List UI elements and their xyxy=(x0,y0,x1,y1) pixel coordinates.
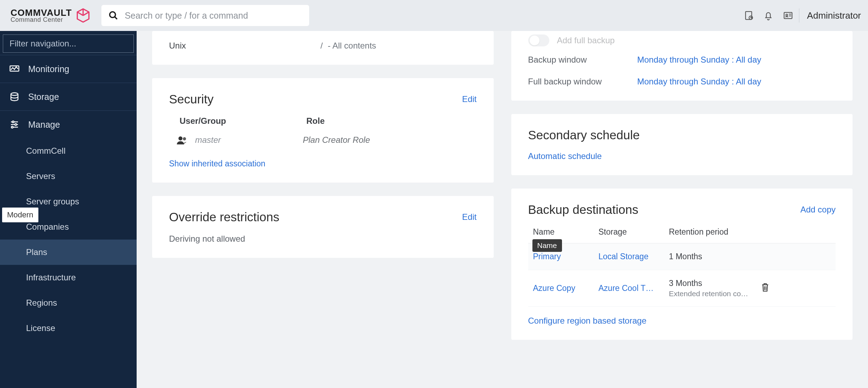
clipboard-icon[interactable] xyxy=(743,10,754,21)
add-full-backup-label: Add full backup xyxy=(557,36,615,45)
top-bar: COMMVAULT Command Center Administrator xyxy=(0,0,868,31)
svg-point-15 xyxy=(11,126,13,128)
svg-point-16 xyxy=(179,136,182,140)
svg-point-0 xyxy=(110,12,115,18)
sidebar-item-commcell[interactable]: CommCell xyxy=(0,138,137,164)
svg-point-11 xyxy=(12,121,14,123)
top-user-label[interactable]: Administrator xyxy=(807,10,861,21)
security-title: Security xyxy=(169,92,213,106)
security-role: Plan Creator Role xyxy=(303,135,370,145)
unix-slash: / xyxy=(320,41,323,51)
override-body: Deriving not allowed xyxy=(169,234,477,244)
sidebar-item-label: Storage xyxy=(28,92,59,102)
filter-nav-box[interactable] xyxy=(3,34,134,53)
dest-retention: 1 Months xyxy=(669,252,761,261)
add-full-backup-toggle[interactable] xyxy=(528,34,549,46)
destinations-table: Name Storage Retention period Name Prima… xyxy=(528,227,836,307)
users-icon xyxy=(176,135,188,145)
th-storage[interactable]: Storage xyxy=(599,227,669,237)
search-icon xyxy=(108,11,118,20)
svg-point-17 xyxy=(183,137,186,140)
dest-name-link[interactable]: Primary xyxy=(528,252,599,261)
top-divider xyxy=(799,8,799,23)
th-name[interactable]: Name xyxy=(528,227,599,237)
dest-name-link[interactable]: Azure Copy xyxy=(528,284,599,293)
secondary-schedule-card: Secondary schedule Automatic schedule xyxy=(511,114,853,175)
brand: COMMVAULT Command Center xyxy=(11,8,91,23)
table-row: Azure Copy Azure Cool T… 3 Months Extend… xyxy=(528,270,836,307)
brand-cube-icon xyxy=(75,8,91,23)
sidebar-item-regions[interactable]: Regions xyxy=(0,290,137,316)
bell-icon[interactable] xyxy=(763,10,774,21)
sidebar-item-infrastructure[interactable]: Infrastructure xyxy=(0,265,137,290)
dest-storage-link[interactable]: Local Storage xyxy=(599,252,669,261)
top-icons xyxy=(743,10,793,21)
modern-pill[interactable]: Modern xyxy=(2,208,38,222)
name-tooltip: Name xyxy=(532,239,562,252)
security-user: master xyxy=(195,135,221,145)
sidebar: Monitoring Storage Manage CommCell Serve… xyxy=(0,31,137,388)
dest-storage-link[interactable]: Azure Cool T… xyxy=(599,284,669,293)
svg-point-5 xyxy=(786,14,788,16)
svg-point-9 xyxy=(11,93,18,96)
dest-retention: 3 Months Extended retention co… xyxy=(669,279,761,298)
backup-destinations-card: Backup destinations Add copy Name Storag… xyxy=(511,189,853,340)
override-card: Override restrictions Edit Deriving not … xyxy=(152,196,494,258)
th-retention[interactable]: Retention period xyxy=(669,227,761,237)
sidebar-item-plans[interactable]: Plans xyxy=(0,240,137,265)
brand-sub: Command Center xyxy=(11,17,72,23)
svg-rect-4 xyxy=(784,12,792,19)
full-backup-window-key: Full backup window xyxy=(528,77,637,87)
security-row: master Plan Creator Role xyxy=(169,135,477,145)
svg-rect-2 xyxy=(745,12,752,20)
table-row: Primary Local Storage 1 Months xyxy=(528,243,836,270)
sidebar-item-label: Manage xyxy=(28,120,60,130)
unix-rest: - All contents xyxy=(328,41,376,51)
sidebar-item-servers[interactable]: Servers xyxy=(0,164,137,189)
show-inherited-link[interactable]: Show inherited association xyxy=(169,159,477,168)
security-card: Security Edit User/Group Role master Pla… xyxy=(152,78,494,183)
rpo-card: Add full backup Backup window Monday thr… xyxy=(511,31,853,101)
backup-destinations-title: Backup destinations xyxy=(528,203,638,217)
sidebar-item-label: Monitoring xyxy=(28,64,69,74)
storage-icon xyxy=(9,91,20,102)
filter-nav-input[interactable] xyxy=(10,39,127,49)
add-copy-link[interactable]: Add copy xyxy=(800,205,836,215)
security-edit-link[interactable]: Edit xyxy=(462,94,476,104)
svg-line-1 xyxy=(115,17,117,19)
sidebar-item-manage[interactable]: Manage xyxy=(0,110,137,138)
monitoring-icon xyxy=(9,64,20,74)
svg-point-13 xyxy=(15,124,17,126)
trash-icon[interactable] xyxy=(761,282,770,293)
secondary-title: Secondary schedule xyxy=(528,128,836,142)
override-edit-link[interactable]: Edit xyxy=(462,212,476,222)
main-content: Unix / - All contents Security Edit User… xyxy=(137,31,868,388)
unix-label: Unix xyxy=(169,41,320,51)
id-card-icon[interactable] xyxy=(783,10,793,21)
backup-window-value[interactable]: Monday through Sunday : All day xyxy=(637,55,761,65)
sidebar-item-storage[interactable]: Storage xyxy=(0,83,137,110)
security-col-role: Role xyxy=(306,116,325,126)
manage-icon xyxy=(9,119,20,130)
override-title: Override restrictions xyxy=(169,210,279,224)
security-col-user: User/Group xyxy=(180,116,292,126)
automatic-schedule-link[interactable]: Automatic schedule xyxy=(528,151,836,161)
unix-card: Unix / - All contents xyxy=(152,31,494,65)
full-backup-window-value[interactable]: Monday through Sunday : All day xyxy=(637,77,761,87)
sidebar-item-monitoring[interactable]: Monitoring xyxy=(0,55,137,83)
search-box[interactable] xyxy=(101,5,309,26)
sidebar-item-license[interactable]: License xyxy=(0,316,137,341)
backup-window-key: Backup window xyxy=(528,55,637,65)
configure-region-link[interactable]: Configure region based storage xyxy=(528,316,836,326)
search-input[interactable] xyxy=(125,11,302,21)
